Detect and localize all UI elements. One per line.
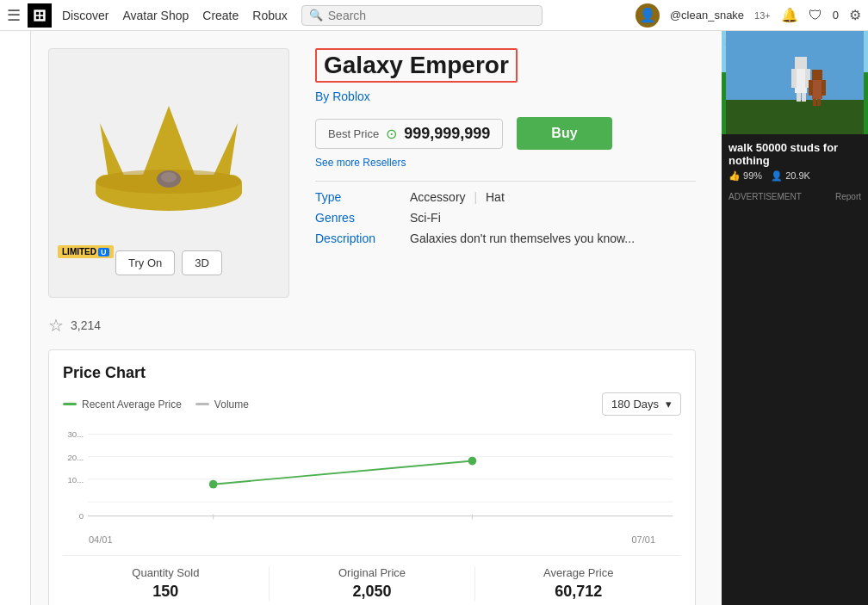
svg-rect-34 bbox=[802, 93, 806, 102]
topnav-right: 👤 @clean_snake 13+ 🔔 🛡 0 ⚙ bbox=[636, 3, 861, 28]
search-icon: 🔍 bbox=[309, 9, 323, 22]
legend-green-line bbox=[63, 403, 77, 405]
chart-area: 30... 20... 10... 0 bbox=[63, 424, 681, 528]
report-link[interactable]: Report bbox=[835, 192, 861, 201]
nav-avatar-shop[interactable]: Avatar Shop bbox=[122, 9, 189, 22]
nav-discover[interactable]: Discover bbox=[62, 9, 108, 22]
legend-vol: Volume bbox=[195, 398, 249, 411]
stat-avg-value: 60,712 bbox=[475, 583, 681, 601]
3d-button[interactable]: 3D bbox=[182, 250, 222, 275]
description-label: Description bbox=[315, 232, 393, 245]
svg-text:20...: 20... bbox=[67, 453, 84, 462]
genres-row: Genres Sci-Fi bbox=[315, 211, 696, 225]
svg-text:0: 0 bbox=[79, 511, 84, 521]
svg-rect-3 bbox=[36, 15, 39, 18]
svg-rect-2 bbox=[40, 11, 43, 14]
product-area: LIMITED U Try On 3D Galaxy Emperor By Ro… bbox=[31, 31, 722, 605]
svg-text:10...: 10... bbox=[67, 475, 84, 485]
stat-quantity-sold: Quantity Sold 150 bbox=[63, 566, 270, 601]
stat-original-value: 2,050 bbox=[270, 583, 475, 601]
chart-legend: Recent Average Price Volume bbox=[63, 398, 249, 411]
main-layout: LIMITED U Try On 3D Galaxy Emperor By Ro… bbox=[0, 31, 868, 605]
svg-marker-8 bbox=[212, 123, 238, 179]
buy-button[interactable]: Buy bbox=[517, 117, 611, 150]
stat-original-price: Original Price 2,050 bbox=[270, 566, 476, 601]
svg-point-22 bbox=[209, 480, 218, 489]
product-header: LIMITED U Try On 3D Galaxy Emperor By Ro… bbox=[48, 48, 696, 298]
svg-marker-9 bbox=[143, 106, 195, 175]
age-badge: 13+ bbox=[754, 10, 771, 21]
see-resellers-link[interactable]: See more Resellers bbox=[315, 157, 696, 169]
best-price-label: Best Price bbox=[328, 127, 379, 140]
stat-avg-price: Average Price 60,712 bbox=[475, 566, 681, 601]
genres-value: Sci-Fi bbox=[410, 211, 441, 225]
ad-scene: It's been 500 years... bbox=[722, 31, 868, 134]
username: @clean_snake bbox=[670, 9, 744, 22]
x-label-1: 04/01 bbox=[89, 534, 113, 545]
price-row: Best Price ⊙ 999,999,999 Buy bbox=[315, 117, 696, 150]
chart-svg: 30... 20... 10... 0 bbox=[63, 424, 681, 528]
svg-rect-4 bbox=[40, 15, 43, 18]
limited-badge: LIMITED U bbox=[58, 245, 114, 258]
nav-links: Discover Avatar Shop Create Robux bbox=[62, 9, 288, 22]
stat-avg-title: Average Price bbox=[475, 566, 681, 579]
chart-header: Recent Average Price Volume 180 Days ▾ bbox=[63, 392, 681, 416]
svg-marker-7 bbox=[100, 123, 126, 179]
limited-label: LIMITED bbox=[62, 247, 96, 256]
svg-rect-30 bbox=[795, 69, 807, 93]
legend-gray-line bbox=[195, 403, 209, 405]
svg-rect-31 bbox=[791, 69, 797, 88]
period-select[interactable]: 180 Days ▾ bbox=[602, 392, 681, 416]
nav-create[interactable]: Create bbox=[202, 9, 239, 22]
product-image bbox=[83, 71, 255, 244]
svg-rect-40 bbox=[817, 99, 821, 106]
svg-rect-37 bbox=[809, 80, 813, 96]
price-box: Best Price ⊙ 999,999,999 bbox=[315, 119, 503, 149]
robux-icon: ⊙ bbox=[386, 126, 397, 142]
svg-rect-35 bbox=[812, 70, 822, 80]
stat-original-title: Original Price bbox=[270, 566, 475, 579]
type-label: Type bbox=[315, 190, 393, 204]
ad-bottom: walk 50000 studs for nothing 👍 99% 👤 20.… bbox=[722, 134, 868, 188]
price-value: 999,999,999 bbox=[404, 125, 490, 143]
ad-stats: 👍 99% 👤 20.9K bbox=[728, 170, 861, 182]
robux-count: 0 bbox=[833, 9, 839, 22]
svg-point-12 bbox=[96, 170, 242, 194]
stat-quantity-title: Quantity Sold bbox=[63, 566, 269, 579]
svg-rect-36 bbox=[812, 80, 822, 99]
ad-stat-players: 👤 20.9K bbox=[771, 170, 810, 182]
product-title: Galaxy Emperor bbox=[315, 48, 518, 83]
roblox-logo[interactable] bbox=[28, 3, 52, 28]
favorite-icon[interactable]: ☆ bbox=[48, 315, 64, 336]
legend-avg: Recent Average Price bbox=[63, 398, 182, 411]
product-creator[interactable]: By Roblox bbox=[315, 90, 696, 103]
search-input[interactable] bbox=[328, 9, 535, 22]
svg-rect-29 bbox=[795, 57, 807, 69]
svg-point-23 bbox=[468, 457, 477, 466]
favorites-count: 3,214 bbox=[71, 318, 101, 332]
svg-rect-28 bbox=[726, 100, 864, 134]
stat-quantity-value: 150 bbox=[63, 583, 269, 601]
ad-walk-text: walk 50000 studs for nothing bbox=[728, 141, 861, 167]
svg-rect-38 bbox=[822, 80, 826, 96]
search-bar[interactable]: 🔍 bbox=[301, 5, 542, 26]
legend-avg-label: Recent Average Price bbox=[82, 398, 182, 411]
gear-icon[interactable]: ⚙ bbox=[849, 7, 861, 23]
genres-label: Genres bbox=[315, 211, 393, 225]
topnav: ☰ Discover Avatar Shop Create Robux 🔍 👤 … bbox=[0, 0, 868, 31]
product-info: Galaxy Emperor By Roblox Best Price ⊙ 99… bbox=[315, 48, 696, 252]
right-sidebar: It's been 500 years... bbox=[722, 31, 868, 605]
hamburger-icon[interactable]: ☰ bbox=[7, 6, 21, 25]
try-on-button[interactable]: Try On bbox=[115, 250, 175, 275]
description-row: Description Galaxies don't run themselve… bbox=[315, 232, 696, 245]
nav-robux[interactable]: Robux bbox=[252, 9, 287, 22]
x-label-2: 07/01 bbox=[631, 534, 655, 545]
avatar: 👤 bbox=[636, 3, 660, 28]
description-value: Galaxies don't run themselves you know..… bbox=[410, 232, 635, 245]
image-buttons: Try On 3D bbox=[115, 250, 222, 275]
x-labels: 04/01 07/01 bbox=[63, 534, 681, 545]
period-label: 180 Days bbox=[611, 398, 659, 411]
shield-icon[interactable]: 🛡 bbox=[809, 8, 822, 23]
legend-vol-label: Volume bbox=[214, 398, 249, 411]
bell-icon[interactable]: 🔔 bbox=[781, 7, 798, 23]
